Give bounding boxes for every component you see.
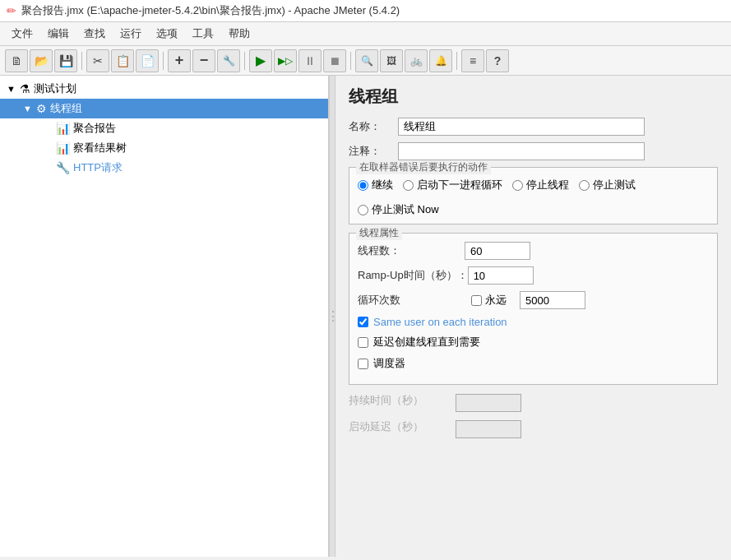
sep1 [81,52,82,70]
aggregate-icon: 📊 [56,122,70,135]
result-icon: 📊 [56,141,70,155]
search-button[interactable]: 🔍 [355,49,378,72]
remove-button[interactable]: − [192,49,215,72]
same-user-checkbox[interactable] [358,317,368,327]
scheduler-checkbox[interactable] [358,359,368,369]
radio-stop-test[interactable]: 停止测试 [579,178,636,192]
sidebar-item-result-tree[interactable]: 📊 察看结果树 [0,138,328,158]
delay-create-checkbox[interactable] [358,337,368,348]
http-label: HTTP请求 [73,160,123,175]
scheduler-label: 调度器 [373,356,405,371]
menu-find[interactable]: 查找 [77,24,112,44]
loop-forever-checkbox[interactable] [471,295,482,306]
delay-create-row: 延迟创建线程直到需要 [358,335,709,349]
menu-options[interactable]: 选项 [150,24,184,44]
cut-button[interactable]: ✂ [86,49,109,72]
thread-count-input[interactable] [465,242,530,260]
thread-count-row: 线程数： [358,242,709,260]
menu-run[interactable]: 运行 [113,24,148,44]
sep5 [456,52,457,70]
sep4 [350,52,351,70]
same-user-label: Same user on each iteration [373,316,507,328]
comment-input[interactable] [398,142,645,160]
radio-next-loop[interactable]: 启动下一进程循环 [403,178,502,192]
rampup-label: Ramp-Up时间（秒）： [358,268,468,283]
name-row: 名称： [349,118,718,136]
panel-title: 线程组 [335,76,731,114]
same-user-row: Same user on each iteration [358,316,709,328]
thread-group-label: 线程组 [50,101,82,116]
aggregate-label: 聚合报告 [73,121,116,136]
sidebar-item-aggregate-report[interactable]: 📊 聚合报告 [0,118,328,138]
rampup-input[interactable] [468,266,534,285]
scheduler-row: 调度器 [358,356,709,371]
radio-continue[interactable]: 继续 [358,178,393,192]
error-action-legend: 在取样器错误后要执行的动作 [356,160,491,174]
sidebar-item-thread-group[interactable]: ▼ ⚙ 线程组 [0,99,328,118]
panel-body: 名称： 注释： 在取样器错误后要执行的动作 继续 启动下一进 [335,114,731,456]
sidebar-item-http-request[interactable]: 🔧 HTTP请求 [0,158,328,178]
start-button[interactable]: ▶ [249,49,272,72]
image-button[interactable]: 🖼 [380,49,403,72]
loop-count-label: 循环次数 [358,293,465,308]
menu-tools[interactable]: 工具 [186,24,220,44]
stop-button[interactable]: ⏹ [323,49,346,72]
new-button[interactable]: 🗎 [5,49,28,72]
sidebar-item-test-plan[interactable]: ▼ ⚗ 测试计划 [0,79,328,99]
arrow-thread-group: ▼ [23,104,33,113]
sep3 [244,52,245,70]
main-layout: ▼ ⚗ 测试计划 ▼ ⚙ 线程组 📊 聚合报告 📊 察看结果树 🔧 HTTP请求 [0,76,731,557]
menu-file[interactable]: 文件 [5,24,39,44]
result-label: 察看结果树 [73,141,127,155]
settings-button[interactable]: 🔧 [217,49,240,72]
thread-props-section: 线程属性 线程数： Ramp-Up时间（秒）： 循环次数 永远 [349,233,718,385]
add-button[interactable]: + [168,49,191,72]
menu-help[interactable]: 帮助 [222,24,257,44]
comment-label: 注释： [349,144,398,159]
duration-section: 持续时间（秒） 启动延迟（秒） [349,393,718,439]
toolbar: 🗎 📂 💾 ✂ 📋 📄 + − 🔧 ▶ ▶▷ ⏸ ⏹ 🔍 🖼 🚲 🔔 ≡ ? [0,46,731,76]
save-button[interactable]: 💾 [54,49,77,72]
http-icon: 🔧 [56,161,70,174]
radio-stop-test-now[interactable]: 停止测试 Now [358,202,439,217]
error-action-group: 继续 启动下一进程循环 停止线程 停止测试 [358,174,709,217]
thread-group-icon: ⚙ [36,102,47,115]
sidebar: ▼ ⚗ 测试计划 ▼ ⚙ 线程组 📊 聚合报告 📊 察看结果树 🔧 HTTP请求 [0,76,329,557]
loop-count-row: 循环次数 永远 [358,291,709,309]
notify-button[interactable]: 🔔 [429,49,452,72]
duration-label: 持续时间（秒） [349,393,456,408]
name-label: 名称： [349,119,398,134]
sep2 [163,52,164,70]
copy-button[interactable]: 📋 [111,49,134,72]
thread-props-legend: 线程属性 [356,226,402,240]
pause-button[interactable]: ⏸ [298,49,322,72]
radio-stop-thread[interactable]: 停止线程 [512,178,569,192]
startup-input[interactable] [456,420,521,438]
rampup-row: Ramp-Up时间（秒）： [358,266,709,285]
delay-create-label: 延迟创建线程直到需要 [373,335,480,349]
open-button[interactable]: 📂 [30,49,53,72]
loop-forever-label[interactable]: 永远 [471,293,507,308]
thread-count-label: 线程数： [358,243,465,258]
test-plan-icon: ⚗ [20,82,30,95]
help-button[interactable]: ? [486,49,509,72]
name-input[interactable] [398,118,645,136]
title-bar: ✏ 聚合报告.jmx (E:\apache-jmeter-5.4.2\bin\聚… [0,0,731,22]
loop-count-input[interactable] [520,291,585,309]
error-action-section: 在取样器错误后要执行的动作 继续 启动下一进程循环 停止线程 [349,167,718,224]
menu-edit[interactable]: 编辑 [41,24,76,44]
duration-input[interactable] [456,394,521,412]
arrow-test-plan: ▼ [7,84,16,94]
remote-button[interactable]: 🚲 [405,49,428,72]
paste-button[interactable]: 📄 [136,49,159,72]
startup-delay-row: 启动延迟（秒） [349,419,718,439]
duration-row: 持续时间（秒） [349,393,718,413]
resize-handle[interactable]: ⋮ [329,76,335,557]
list-button[interactable]: ≡ [461,49,484,72]
right-panel: 线程组 名称： 注释： 在取样器错误后要执行的动作 继续 [335,76,731,557]
comment-row: 注释： [349,142,718,160]
startup-label: 启动延迟（秒） [349,419,456,434]
test-plan-label: 测试计划 [34,81,76,96]
title-icon: ✏ [7,4,16,17]
start-no-pause-button[interactable]: ▶▷ [274,49,297,72]
